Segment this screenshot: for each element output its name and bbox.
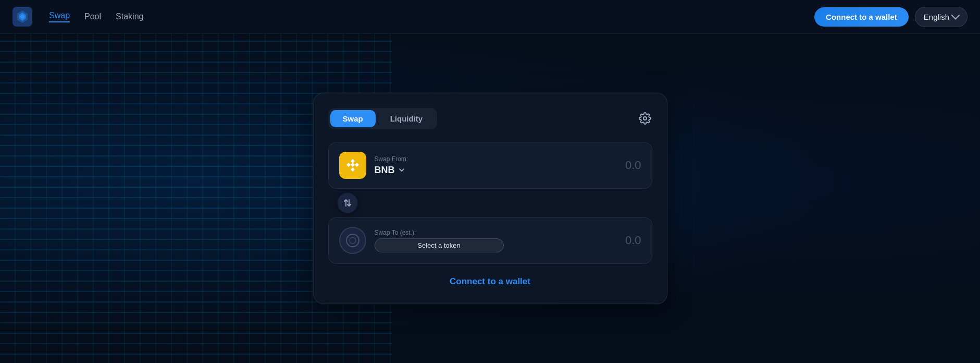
swap-card: Swap Liquidity bbox=[313, 93, 667, 304]
swap-from-label: Swap From: bbox=[375, 155, 504, 163]
swap-to-info: Swap To (est.): Select a token bbox=[375, 229, 504, 252]
bnb-token-icon bbox=[339, 152, 366, 179]
chevron-down-icon bbox=[951, 11, 960, 20]
gear-icon bbox=[639, 112, 651, 125]
connect-wallet-button[interactable]: Connect to a wallet bbox=[814, 7, 909, 27]
tabs-row: Swap Liquidity bbox=[328, 108, 652, 129]
swap-from-amount-input[interactable] bbox=[512, 159, 641, 172]
swap-arrows-icon bbox=[343, 198, 352, 208]
navbar-right: Connect to a wallet English bbox=[814, 7, 967, 27]
logo-icon bbox=[13, 7, 32, 27]
swap-from-box: Swap From: BNB bbox=[328, 142, 652, 189]
svg-marker-6 bbox=[351, 163, 355, 167]
svg-marker-7 bbox=[351, 167, 355, 172]
svg-point-8 bbox=[346, 234, 359, 247]
select-token-button[interactable]: Select a token bbox=[375, 238, 504, 252]
bnb-chevron-icon bbox=[398, 166, 405, 174]
swap-to-box: Swap To (est.): Select a token bbox=[328, 217, 652, 264]
swap-direction-button[interactable] bbox=[337, 192, 358, 214]
tab-swap[interactable]: Swap bbox=[330, 110, 376, 127]
swap-to-label: Swap To (est.): bbox=[375, 229, 504, 236]
swap-from-info: Swap From: BNB bbox=[375, 155, 504, 176]
nav-links: Swap Pool Staking bbox=[49, 11, 143, 22]
svg-point-9 bbox=[350, 237, 356, 244]
bnb-token-name: BNB bbox=[375, 165, 395, 176]
empty-token-icon bbox=[339, 227, 366, 254]
svg-marker-3 bbox=[351, 159, 355, 163]
bnb-token-selector[interactable]: BNB bbox=[375, 165, 504, 176]
logo bbox=[13, 7, 32, 27]
svg-marker-4 bbox=[346, 163, 351, 167]
navbar: Swap Pool Staking Connect to a wallet En… bbox=[0, 0, 980, 34]
nav-staking[interactable]: Staking bbox=[116, 12, 143, 21]
language-selector[interactable]: English bbox=[915, 7, 967, 27]
language-label: English bbox=[924, 13, 949, 21]
svg-point-2 bbox=[643, 117, 647, 120]
settings-button[interactable] bbox=[639, 112, 652, 126]
connect-link-wrap: Connect to a wallet bbox=[328, 276, 652, 287]
empty-token-svg bbox=[345, 233, 360, 248]
connect-wallet-link[interactable]: Connect to a wallet bbox=[450, 276, 530, 286]
swap-direction-wrap bbox=[328, 189, 652, 217]
nav-pool[interactable]: Pool bbox=[84, 12, 101, 21]
bnb-logo-svg bbox=[344, 157, 361, 174]
tabs-container: Swap Liquidity bbox=[328, 108, 438, 129]
tab-liquidity[interactable]: Liquidity bbox=[378, 110, 436, 127]
nav-swap[interactable]: Swap bbox=[49, 11, 70, 22]
swap-to-amount-input[interactable] bbox=[512, 234, 641, 247]
navbar-left: Swap Pool Staking bbox=[13, 7, 143, 27]
svg-marker-5 bbox=[355, 163, 359, 167]
main-content: Swap Liquidity bbox=[0, 34, 980, 363]
